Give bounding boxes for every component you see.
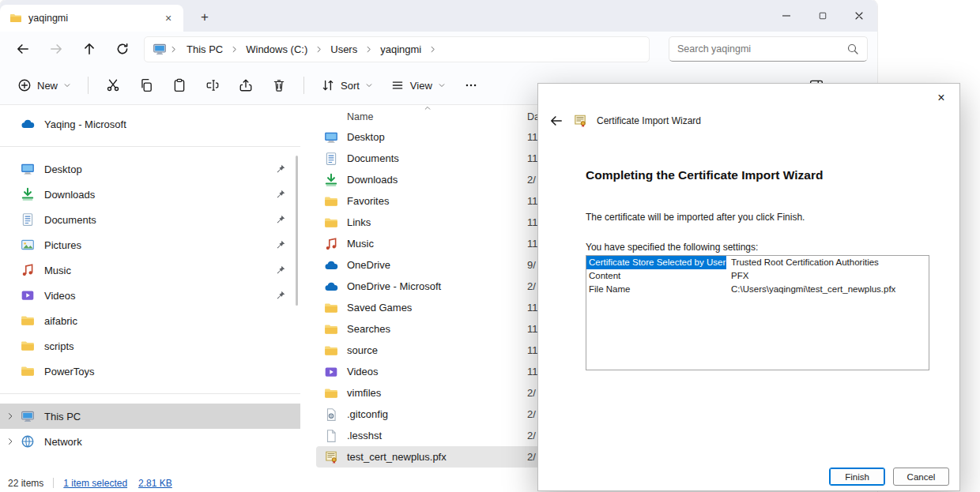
- folder-icon: [324, 194, 338, 208]
- sidebar-item-pictures[interactable]: Pictures: [0, 232, 300, 257]
- sidebar-item-powertoys[interactable]: PowerToys: [0, 359, 300, 384]
- wizard-setting-row[interactable]: File NameC:\Users\yaqingmi\test_cert_new…: [586, 283, 929, 296]
- item-count: 22 items: [8, 478, 43, 489]
- view-icon: [390, 78, 405, 92]
- setting-value: Trusted Root Certification Authorities: [726, 256, 929, 269]
- file-date: 2/: [527, 451, 536, 463]
- file-name: vimfiles: [347, 387, 381, 399]
- share-icon: [239, 78, 253, 92]
- videos-icon: [324, 365, 338, 379]
- sidebar-item-network[interactable]: Network: [0, 429, 300, 454]
- breadcrumb-item-this-pc[interactable]: This PC: [180, 41, 229, 58]
- gearfile-icon: [324, 407, 338, 422]
- pin-icon: [275, 214, 286, 225]
- cert-icon: [324, 450, 338, 464]
- sidebar-item-label: Downloads: [44, 189, 95, 201]
- cut-button[interactable]: [97, 72, 129, 99]
- sidebar-item-videos[interactable]: Videos: [0, 283, 300, 308]
- search-input[interactable]: Search yaqingmi: [669, 36, 868, 62]
- new-tab-button[interactable]: +: [193, 6, 217, 29]
- chevron-right-icon[interactable]: [6, 411, 15, 421]
- documents-icon: [324, 152, 338, 166]
- wizard-setting-row[interactable]: ContentPFX: [586, 269, 929, 283]
- explorer-tab[interactable]: yaqingmi ×: [0, 5, 183, 32]
- view-button[interactable]: View: [383, 73, 454, 98]
- file-date: 11: [527, 344, 538, 356]
- folder-icon: [21, 314, 35, 328]
- desktop-icon: [21, 162, 35, 176]
- paste-button[interactable]: [164, 72, 195, 99]
- wizard-setting-row[interactable]: Certificate Store Selected by UserTruste…: [586, 256, 929, 269]
- wizard-buttons: Finish Cancel: [829, 468, 949, 486]
- up-button[interactable]: [73, 36, 106, 62]
- sidebar-item-label: Network: [44, 436, 82, 448]
- minimize-button[interactable]: [768, 0, 805, 32]
- chevron-down-icon: [438, 81, 446, 89]
- sidebar-item-label: Desktop: [44, 163, 82, 175]
- network-icon: [21, 434, 35, 449]
- new-button[interactable]: New: [9, 73, 79, 98]
- sidebar-item-documents[interactable]: Documents: [0, 207, 300, 232]
- sidebar-item-scripts[interactable]: scripts: [0, 333, 300, 359]
- sort-button[interactable]: Sort: [313, 73, 381, 98]
- sidebar-item-aifabric[interactable]: aifabric: [0, 308, 300, 333]
- status-divider: [53, 478, 54, 488]
- sidebar-item-desktop[interactable]: Desktop: [0, 156, 300, 182]
- copy-button[interactable]: [130, 72, 162, 99]
- more-options-button[interactable]: [455, 72, 487, 99]
- wizard-back-icon[interactable]: [549, 114, 564, 128]
- wizard-settings-box[interactable]: Certificate Store Selected by UserTruste…: [586, 255, 929, 370]
- sidebar-item-onedrive[interactable]: Yaqing - Microsoft: [0, 111, 300, 137]
- breadcrumb-chevron-icon: [428, 45, 437, 54]
- sidebar-item-label: Documents: [44, 214, 96, 226]
- delete-button[interactable]: [263, 72, 295, 99]
- breadcrumb-item-windows-c[interactable]: Windows (C:): [239, 41, 314, 58]
- file-name: Downloads: [347, 174, 398, 186]
- navigation-pane: Yaqing - Microsoft DesktopDownloadsDocum…: [0, 105, 300, 474]
- chevron-right-icon[interactable]: [6, 437, 15, 446]
- maximize-button[interactable]: [805, 0, 841, 32]
- tab-title: yaqingmi: [28, 13, 68, 24]
- share-button[interactable]: [230, 72, 262, 99]
- breadcrumb[interactable]: This PCWindows (C:)Usersyaqingmi: [144, 36, 650, 62]
- downloads-icon: [21, 187, 35, 201]
- breadcrumb-item-yaqingmi[interactable]: yaqingmi: [374, 41, 428, 58]
- sidebar-scrollbar[interactable]: [296, 156, 298, 306]
- breadcrumb-item-users[interactable]: Users: [324, 41, 364, 58]
- more-icon: [464, 78, 478, 92]
- paste-icon: [172, 78, 187, 92]
- file-date: 11: [527, 195, 538, 207]
- setting-value: PFX: [726, 269, 929, 283]
- certificate-import-wizard-dialog: × Certificate Import Wizard Completing t…: [537, 83, 960, 491]
- cloud-icon: [324, 258, 338, 272]
- sort-ascending-icon: [424, 106, 432, 112]
- certificate-icon: [573, 114, 587, 128]
- pin-icon: [275, 189, 286, 200]
- sidebar-item-this-pc[interactable]: This PC: [0, 404, 300, 429]
- back-button[interactable]: [6, 36, 40, 62]
- sidebar-item-downloads[interactable]: Downloads: [0, 182, 300, 207]
- file-date: 11: [527, 131, 538, 143]
- refresh-button[interactable]: [106, 36, 139, 62]
- cut-icon: [106, 78, 120, 92]
- sidebar-item-label: Music: [44, 265, 71, 276]
- forward-button[interactable]: [40, 36, 73, 62]
- cancel-button[interactable]: Cancel: [893, 468, 949, 486]
- downloads-icon: [324, 173, 338, 187]
- close-button[interactable]: [841, 0, 877, 32]
- file-name: source: [347, 344, 378, 356]
- dialog-close-button[interactable]: ×: [928, 87, 955, 109]
- toolbar-divider: [303, 77, 304, 94]
- videos-icon: [21, 288, 35, 302]
- sidebar-item-music[interactable]: Music: [0, 257, 300, 283]
- file-date: 11: [527, 302, 538, 314]
- tab-close-icon[interactable]: ×: [160, 9, 177, 27]
- breadcrumb-chevron-icon: [364, 45, 373, 54]
- finish-button[interactable]: Finish: [829, 468, 885, 486]
- view-label: View: [410, 80, 432, 92]
- file-date: 2/: [527, 174, 536, 186]
- file-name: .gitconfig: [347, 408, 388, 420]
- rename-button[interactable]: [197, 72, 228, 99]
- file-name: Saved Games: [347, 302, 412, 314]
- name-column-header[interactable]: Name: [347, 111, 373, 122]
